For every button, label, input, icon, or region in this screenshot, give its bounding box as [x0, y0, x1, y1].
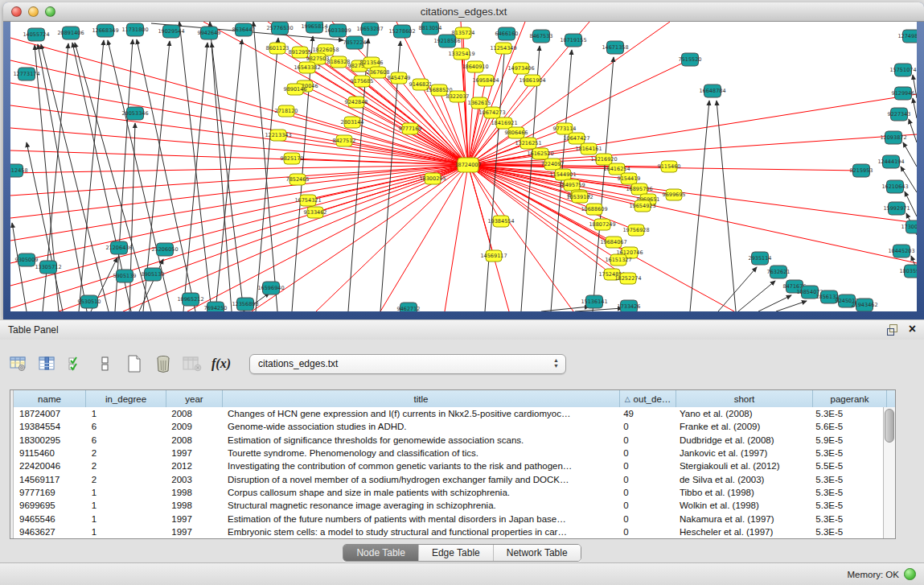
cited-node[interactable]: 8905133: [142, 268, 165, 281]
scrollbar-thumb[interactable]: [885, 409, 894, 443]
paper-node[interactable]: 18640910: [462, 61, 488, 72]
table-cell[interactable]: Hescheler et al. (1997): [674, 527, 810, 537]
table-row[interactable]: 1830029562008Estimation of significance …: [10, 434, 884, 447]
paper-node[interactable]: 8186328: [327, 56, 351, 68]
table-row[interactable]: 2242004622012Investigating the contribut…: [10, 459, 884, 472]
table-cell[interactable]: 0: [618, 488, 674, 497]
cited-node[interactable]: 13305712: [35, 261, 61, 274]
table-cell[interactable]: Estimation of significance thresholds fo…: [222, 435, 618, 445]
table-cell[interactable]: 1997: [166, 448, 222, 458]
tab-network-table[interactable]: Network Table: [493, 545, 581, 561]
table-cell[interactable]: 19384554: [14, 422, 86, 431]
table-cell[interactable]: 0: [618, 527, 674, 537]
table-cell[interactable]: 18300295: [14, 435, 86, 445]
cited-node[interactable]: 7694250: [204, 302, 228, 311]
table-cell[interactable]: 1998: [166, 501, 222, 510]
cited-node[interactable]: 12749862: [897, 30, 917, 43]
table-cell[interactable]: 5.5E-5: [810, 461, 884, 471]
table-cell[interactable]: Jankovic et al. (1997): [674, 448, 810, 458]
cited-node[interactable]: 5905139: [113, 270, 137, 282]
cited-node[interactable]: 2935114: [749, 252, 772, 265]
paper-node[interactable]: 7224097: [541, 159, 565, 170]
table-cell[interactable]: 2: [86, 448, 166, 458]
table-cell[interactable]: Stergiakouli et al. (2012): [674, 461, 810, 471]
cited-node[interactable]: 20891406: [57, 27, 84, 39]
table-cell[interactable]: 5.3E-5: [810, 501, 884, 510]
table-cell[interactable]: Tourette syndrome. Phenomenology and cla…: [222, 448, 618, 458]
cited-node[interactable]: 17300476: [901, 220, 917, 233]
cited-node[interactable]: 7515520: [679, 53, 702, 66]
table-cell[interactable]: 5.3E-5: [810, 475, 884, 484]
hub-node[interactable]: 18724007: [454, 158, 481, 172]
column-header-title[interactable]: title: [223, 390, 620, 407]
table-row[interactable]: 911546021997Tourette syndrome. Phenomeno…: [10, 447, 884, 459]
table-row[interactable]: 969969511998Structural magnetic resonanc…: [10, 499, 884, 512]
table-cell[interactable]: Disruption of a novel member of a sodium…: [222, 475, 618, 484]
paper-node[interactable]: 9115460: [658, 161, 681, 172]
cited-node[interactable]: 12356898: [232, 298, 258, 311]
table-cell[interactable]: 5.3E-5: [810, 514, 884, 524]
table-cell[interactable]: 0: [618, 422, 674, 431]
table-cell[interactable]: 5.3E-5: [810, 448, 884, 458]
paper-node[interactable]: 8427512: [333, 135, 356, 146]
cited-node[interactable]: 15751074: [889, 64, 916, 76]
paper-node[interactable]: 9146821: [409, 79, 433, 90]
table-cell[interactable]: 9115460: [14, 448, 86, 458]
table-cell[interactable]: 5.9E-5: [810, 435, 884, 445]
table-cell[interactable]: 2009: [166, 422, 222, 431]
table-cell[interactable]: 2: [86, 475, 166, 484]
tab-edge-table[interactable]: Edge Table: [418, 545, 493, 561]
table-cell[interactable]: 22420046: [14, 461, 86, 471]
cited-node[interactable]: 19965814: [301, 22, 327, 33]
vertical-scrollbar[interactable]: [883, 407, 895, 538]
table-cell[interactable]: 0: [618, 501, 674, 510]
paper-node[interactable]: 2803144: [341, 117, 364, 128]
table-cell[interactable]: 9465546: [14, 514, 86, 524]
table-cell[interactable]: 0: [618, 435, 674, 445]
paper-node[interactable]: 14569117: [480, 250, 507, 262]
table-cell[interactable]: 6: [86, 435, 166, 445]
table-cell[interactable]: 9699695: [14, 501, 86, 510]
table-cell[interactable]: Dudbridge et al. (2008): [674, 435, 810, 445]
row-height-icon[interactable]: [93, 351, 117, 377]
table-cell[interactable]: 5.3E-5: [810, 409, 884, 418]
new-table-icon[interactable]: [122, 351, 146, 377]
table-cell[interactable]: 1: [86, 514, 166, 524]
column-header-name[interactable]: name: [14, 390, 86, 407]
table-cell[interactable]: 5.6E-5: [810, 422, 884, 431]
table-cell[interactable]: 14569117: [14, 475, 86, 484]
table-cell[interactable]: 49: [618, 409, 674, 418]
column-header-year[interactable]: year: [166, 390, 223, 407]
paper-node[interactable]: 13216251: [515, 138, 541, 149]
paper-node[interactable]: 19684067: [600, 237, 626, 248]
table-cell[interactable]: 1: [86, 409, 166, 418]
table-cell[interactable]: 0: [618, 448, 674, 458]
paper-node[interactable]: 19861904: [519, 75, 545, 86]
table-cell[interactable]: 2008: [166, 409, 222, 418]
paper-node[interactable]: 13325419: [448, 48, 474, 60]
table-cell[interactable]: Wolkin et al. (1998): [674, 501, 810, 510]
paper-node[interactable]: 8601123: [266, 43, 290, 54]
cited-node[interactable]: 8215953: [850, 164, 873, 177]
cited-node[interactable]: 16033809: [324, 24, 351, 37]
delete-entries-icon[interactable]: [151, 351, 175, 377]
cited-node[interactable]: 16596940: [257, 282, 284, 295]
cited-node[interactable]: 20312458: [10, 164, 28, 177]
cited-node[interactable]: 9305009: [15, 253, 39, 266]
cited-node[interactable]: 15278602: [388, 25, 415, 38]
table-cell[interactable]: 1997: [166, 514, 222, 524]
table-row[interactable]: 1872400712008Changes of HCN gene express…: [10, 407, 884, 420]
table-row[interactable]: 946554611997Estimation of the future num…: [10, 512, 884, 525]
cited-node[interactable]: 7632621: [767, 266, 791, 278]
cited-node[interactable]: 9462712: [397, 303, 421, 311]
cited-node[interactable]: 9245012: [836, 295, 859, 307]
table-cell[interactable]: 1: [86, 527, 166, 537]
table-cell[interactable]: 2012: [166, 461, 222, 471]
cited-node[interactable]: 12444194: [877, 155, 904, 168]
paper-node[interactable]: 15688520: [425, 84, 452, 96]
table-cell[interactable]: 1: [86, 501, 166, 510]
table-cell[interactable]: Estimation of the future numbers of pati…: [222, 514, 618, 524]
cited-node[interactable]: 6466160: [495, 27, 519, 40]
cited-node[interactable]: 21206436: [105, 241, 132, 254]
table-cell[interactable]: 9777169: [14, 488, 86, 497]
